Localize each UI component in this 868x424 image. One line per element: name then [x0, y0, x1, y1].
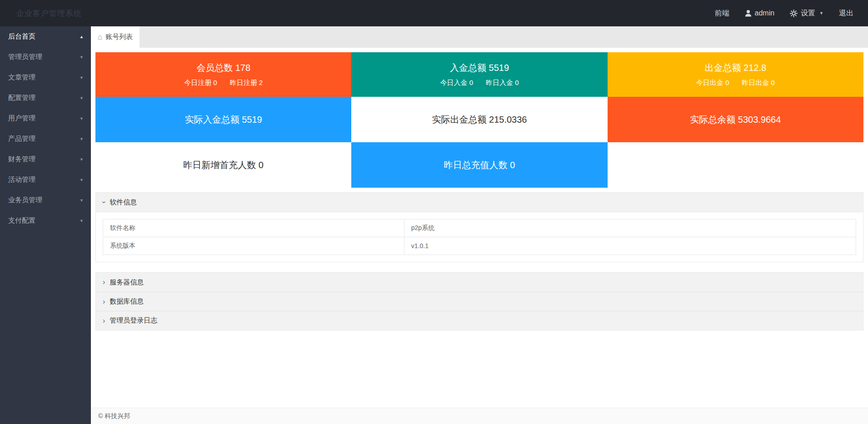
- chevron-down-icon: ▼: [80, 219, 84, 223]
- panel-software-info-header[interactable]: › 软件信息: [96, 193, 863, 212]
- stat-sub: 昨日入金 0: [486, 79, 519, 87]
- stat-sub: 昨日注册 2: [230, 79, 263, 87]
- logout-link-label: 退出: [839, 9, 853, 18]
- sidebar-item-home[interactable]: 后台首页 ▲: [0, 26, 91, 47]
- sidebar-item-label: 支付配置: [8, 216, 35, 225]
- tab-label: 账号列表: [105, 33, 133, 41]
- chevron-down-icon: ▼: [80, 157, 84, 162]
- stat-card-empty: [608, 142, 863, 188]
- panel-software-info: › 软件信息 软件名称 p2p系统 系统版本 v1.0.1: [95, 192, 863, 262]
- sidebar: 后台首页 ▲ 管理员管理 ▼ 文章管理 ▼ 配置管理 ▼ 用户管理 ▼ 产品管理…: [0, 26, 91, 424]
- user-icon: [745, 10, 752, 17]
- stat-sub: 昨日出金 0: [742, 79, 775, 87]
- panel-title: 管理员登录日志: [110, 316, 157, 325]
- chevron-right-icon: ›: [103, 279, 105, 286]
- sidebar-item-label: 管理员管理: [8, 53, 42, 61]
- copyright-text: © 科技兴邦: [98, 412, 130, 420]
- chevron-down-icon: ▼: [819, 11, 823, 15]
- stat-card-actual-deposit: 实际入金总额 5519: [95, 97, 351, 142]
- sidebar-item-label: 业务员管理: [8, 196, 42, 205]
- table-row: 系统版本 v1.0.1: [103, 237, 856, 255]
- stat-title: 昨日新增首充人数 0: [183, 159, 264, 171]
- chevron-down-icon: ▼: [80, 137, 84, 141]
- stat-card-members-total: 会员总数 178 今日注册 0 昨日注册 2: [95, 52, 351, 97]
- chevron-down-icon: ▼: [80, 178, 84, 182]
- panel-group: › 服务器信息 › 数据库信息 › 管理员登录日志: [95, 272, 863, 330]
- app-title: 企业客户管理系统: [0, 8, 82, 19]
- stat-sub: 今日出金 0: [696, 79, 729, 87]
- stat-cards: 会员总数 178 今日注册 0 昨日注册 2 入金总额 5519 今日入金 0 …: [95, 52, 863, 188]
- stat-title: 出金总额 212.8: [705, 62, 767, 74]
- stat-title: 实际出金总额 215.0336: [432, 114, 527, 126]
- main-area: ⌂ 账号列表 会员总数 178 今日注册 0 昨日注册 2 入金总额 5519 …: [91, 26, 868, 424]
- stat-title: 会员总数 178: [196, 62, 250, 74]
- table-cell-label: 软件名称: [103, 219, 404, 237]
- stat-card-withdraw-total: 出金总额 212.8 今日出金 0 昨日出金 0: [608, 52, 863, 97]
- stat-title: 昨日总充值人数 0: [444, 159, 515, 171]
- chevron-down-icon: ▼: [80, 116, 84, 121]
- sidebar-item-label: 用户管理: [8, 114, 35, 123]
- sidebar-item-payment-config[interactable]: 支付配置 ▼: [0, 210, 91, 231]
- sidebar-item-product-mgmt[interactable]: 产品管理 ▼: [0, 129, 91, 149]
- stat-card-deposit-total: 入金总额 5519 今日入金 0 昨日入金 0: [351, 52, 607, 97]
- sidebar-item-label: 财务管理: [8, 155, 35, 164]
- sidebar-item-article-mgmt[interactable]: 文章管理 ▼: [0, 67, 91, 88]
- panel-server-info[interactable]: › 服务器信息: [96, 273, 863, 292]
- sidebar-item-admin-mgmt[interactable]: 管理员管理 ▼: [0, 47, 91, 67]
- topbar-right: 前端 admin: [715, 9, 868, 18]
- username: admin: [755, 9, 775, 17]
- logout-link[interactable]: 退出: [839, 9, 853, 18]
- frontend-link-label: 前端: [715, 9, 729, 18]
- stat-card-actual-balance: 实际总余额 5303.9664: [608, 97, 863, 142]
- tab-account-list[interactable]: ⌂ 账号列表: [91, 26, 140, 48]
- panel-title: 软件信息: [110, 198, 137, 207]
- sidebar-item-label: 文章管理: [8, 73, 35, 82]
- home-icon: ⌂: [98, 33, 102, 42]
- sidebar-item-label: 后台首页: [8, 32, 35, 41]
- stat-card-yesterday-first-recharge: 昨日新增首充人数 0: [95, 142, 351, 188]
- sidebar-item-finance-mgmt[interactable]: 财务管理 ▼: [0, 149, 91, 170]
- dashboard-content: 会员总数 178 今日注册 0 昨日注册 2 入金总额 5519 今日入金 0 …: [91, 48, 868, 330]
- frontend-link[interactable]: 前端: [715, 9, 729, 18]
- stat-sub: 今日入金 0: [440, 79, 473, 87]
- panel-title: 数据库信息: [110, 297, 144, 306]
- topbar: 企业客户管理系统 前端 admin: [0, 0, 868, 26]
- stat-title: 入金总额 5519: [450, 62, 509, 74]
- stat-card-actual-withdraw: 实际出金总额 215.0336: [351, 97, 607, 142]
- sidebar-item-user-mgmt[interactable]: 用户管理 ▼: [0, 108, 91, 129]
- table-cell-value: p2p系统: [404, 219, 856, 237]
- table-cell-value: v1.0.1: [404, 237, 856, 255]
- settings-menu[interactable]: 设置 ▼: [790, 9, 823, 18]
- table-row: 软件名称 p2p系统: [103, 219, 856, 237]
- sidebar-item-label: 配置管理: [8, 94, 35, 102]
- panel-admin-login-log[interactable]: › 管理员登录日志: [96, 311, 863, 330]
- sidebar-item-config-mgmt[interactable]: 配置管理 ▼: [0, 88, 91, 108]
- chevron-down-icon: ▼: [80, 75, 84, 80]
- panel-database-info[interactable]: › 数据库信息: [96, 292, 863, 311]
- sidebar-item-salesman-mgmt[interactable]: 业务员管理 ▼: [0, 190, 91, 210]
- chevron-down-icon: ▼: [80, 198, 84, 203]
- settings-label: 设置: [801, 9, 815, 18]
- user-menu[interactable]: admin: [745, 9, 775, 17]
- table-cell-label: 系统版本: [103, 237, 404, 255]
- stat-card-yesterday-total-recharge: 昨日总充值人数 0: [351, 142, 607, 188]
- stat-title: 实际入金总额 5519: [185, 114, 262, 126]
- stat-sub: 今日注册 0: [184, 79, 217, 87]
- chevron-right-icon: ›: [103, 298, 105, 305]
- sidebar-item-label: 活动管理: [8, 175, 35, 184]
- sidebar-item-activity-mgmt[interactable]: 活动管理 ▼: [0, 170, 91, 190]
- sidebar-item-label: 产品管理: [8, 135, 35, 143]
- footer: © 科技兴邦: [91, 408, 868, 424]
- stat-title: 实际总余额 5303.9664: [690, 114, 781, 126]
- gear-icon: [790, 10, 798, 17]
- software-info-table: 软件名称 p2p系统 系统版本 v1.0.1: [103, 219, 856, 255]
- chevron-down-icon: ▼: [80, 55, 84, 60]
- chevron-down-icon: ›: [100, 201, 108, 203]
- chevron-down-icon: ▼: [80, 96, 84, 100]
- tab-bar: ⌂ 账号列表: [91, 26, 868, 48]
- software-info-body: 软件名称 p2p系统 系统版本 v1.0.1: [96, 212, 863, 262]
- chevron-right-icon: ›: [103, 317, 105, 324]
- chevron-up-icon: ▲: [80, 35, 84, 39]
- panel-title: 服务器信息: [110, 278, 144, 287]
